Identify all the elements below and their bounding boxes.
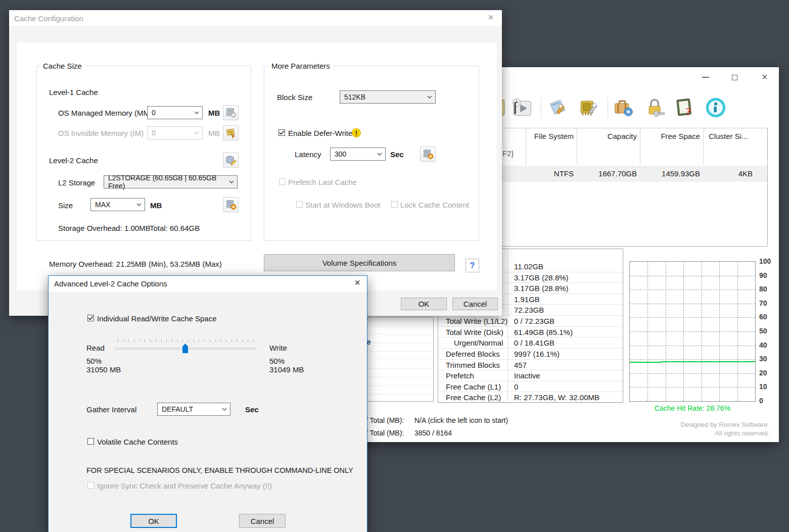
latency-settings-button[interactable]	[420, 147, 436, 162]
gridline-horizontal	[630, 331, 755, 332]
l2-advanced-options-button[interactable]	[223, 153, 239, 168]
volatile-cache-label[interactable]: Volatile Cache Contents	[97, 438, 178, 446]
toolbar-separator	[608, 97, 608, 118]
size-combo[interactable]: MAX	[90, 198, 145, 211]
individual-rw-checkbox[interactable]	[87, 315, 94, 321]
mm-label: OS Managed Memory (MM)	[58, 109, 152, 117]
latency-combo[interactable]: 300	[330, 148, 386, 161]
cell-file-system: NTFS	[526, 166, 574, 182]
y-axis-tick-label: 40	[759, 341, 767, 349]
footer-line1-label: / Total (MB):	[366, 416, 404, 424]
start-stop-caching-icon[interactable]	[509, 96, 534, 119]
gather-interval-label: Gather Interval	[86, 405, 136, 414]
storage-total-label: Total: 60.64GB	[150, 224, 200, 232]
defer-write-checkbox[interactable]	[279, 129, 285, 136]
start-at-boot-label: Start at Windows Boot	[305, 201, 380, 209]
dialog-title: Cache Configuration	[14, 14, 83, 23]
cancel-button[interactable]: Cancel	[452, 298, 498, 310]
y-axis-tick-label: 70	[759, 299, 767, 307]
chevron-down-icon	[229, 180, 234, 183]
advanced-dialog-titlebar[interactable]: Advanced Level-2 Cache Options ×	[49, 276, 367, 292]
help-icon[interactable]: ?	[673, 96, 697, 119]
maximize-button[interactable]	[727, 71, 742, 84]
size-settings-button[interactable]	[223, 197, 239, 212]
individual-rw-label[interactable]: Individual Read/Write Cache Space	[97, 314, 217, 323]
mm-size-combo[interactable]: 0	[147, 106, 203, 119]
block-size-dropdown[interactable]: 512KB	[340, 90, 436, 104]
ok-button[interactable]: OK	[130, 514, 177, 528]
column-header-capacity[interactable]: Capacity	[577, 132, 637, 140]
ignore-sync-checkbox	[87, 482, 94, 489]
chevron-down-icon	[136, 203, 142, 206]
y-axis-tick-label: 50	[759, 327, 767, 335]
block-size-label: Block Size	[277, 93, 312, 102]
im-label: OS Invisible Memory (IM)	[58, 129, 144, 137]
lock-cache-label: Lock Cache Content	[400, 201, 469, 209]
volume-specifications-button[interactable]: Volume Specifications	[264, 254, 455, 271]
gridline-horizontal	[630, 387, 755, 388]
close-button[interactable]: ×	[350, 277, 365, 290]
license-icon[interactable]	[643, 96, 667, 119]
cell-capacity: 1667.70GB	[577, 166, 637, 182]
desktop: ×	[0, 0, 789, 532]
table-right-border	[767, 128, 768, 246]
toolbar-separator	[541, 97, 541, 118]
stats-value: Inactive	[514, 371, 540, 380]
stats-label: Free Cache (L1)	[446, 382, 501, 391]
volume-row[interactable]: NTFS 1667.70GB 1459.93GB 4KB	[485, 166, 767, 182]
close-button[interactable]: ×	[483, 12, 498, 25]
column-header-cluster-size[interactable]: Cluster Si...	[709, 132, 764, 140]
stats-row: Urgent/Normal0 / 18.41GB	[438, 337, 623, 349]
hit-rate-chart	[629, 261, 756, 402]
column-header-free-space[interactable]: Free Space	[640, 132, 700, 140]
y-axis-tick-label: 60	[759, 313, 767, 321]
y-axis-tick-label: 10	[759, 382, 767, 391]
gridline-horizontal	[630, 289, 755, 290]
help-button[interactable]: ?	[466, 259, 479, 272]
disk-pencil-icon	[225, 154, 237, 166]
gridline-vertical	[719, 262, 720, 401]
hit-rate-line	[630, 362, 646, 363]
options-icon[interactable]	[611, 96, 635, 119]
l1-cache-settings-button[interactable]	[223, 105, 239, 120]
defer-write-label[interactable]: Enable Defer-Write	[288, 129, 352, 137]
stats-value: 61.49GB (85.1%)	[514, 328, 573, 336]
stats-row-separator	[438, 403, 623, 403]
cache-configuration-titlebar[interactable]: Cache Configuration ×	[9, 10, 502, 27]
latency-label: Latency	[295, 150, 321, 159]
cancel-button[interactable]: Cancel	[239, 514, 286, 528]
memory-settings-icon[interactable]	[576, 96, 600, 119]
maximize-icon	[732, 75, 737, 80]
stats-value: 11.02GB	[514, 262, 543, 271]
gridline-vertical	[737, 262, 738, 401]
warning-icon: !	[352, 128, 361, 137]
storage-overhead-label: Storage Overhead: 1.00MB	[58, 224, 151, 232]
storage-settings-icon[interactable]	[545, 96, 570, 119]
y-axis-tick-label: 20	[759, 369, 767, 377]
cache-size-group-label: Cache Size	[40, 62, 84, 70]
invisible-memory-button[interactable]	[223, 125, 239, 140]
stats-value: 0	[514, 382, 518, 391]
volume-name-fragment: F2}	[502, 149, 514, 158]
chevron-down-icon	[427, 95, 432, 99]
table-top-border	[485, 128, 767, 128]
gridline-vertical	[666, 262, 666, 401]
column-header-file-system[interactable]: File System	[526, 132, 574, 140]
latency-value: 300	[335, 150, 346, 158]
im-size-combo: 0	[147, 126, 203, 139]
ok-button[interactable]: OK	[401, 298, 447, 310]
credit-line1: Designed by Romex Software.	[627, 420, 769, 429]
level2-cache-label: Level-2 Cache	[49, 156, 98, 165]
stats-value: 457	[514, 361, 527, 369]
close-button[interactable]: ×	[757, 70, 772, 84]
about-icon[interactable]	[704, 96, 728, 119]
l2-storage-dropdown[interactable]: L2STORAGE (60.65GB | 60.65GB Free)	[104, 175, 238, 188]
gridline-horizontal	[630, 359, 755, 360]
im-unit-label: MB	[208, 129, 220, 137]
dialog-title: Advanced Level-2 Cache Options	[54, 279, 167, 288]
volatile-cache-checkbox[interactable]	[87, 438, 94, 445]
prefetch-label: Prefetch Last Cache	[288, 178, 357, 186]
gather-interval-combo[interactable]: DEFAULT	[157, 403, 230, 416]
minimize-button[interactable]	[698, 71, 713, 84]
stats-value: 3.17GB (28.8%)	[514, 273, 569, 282]
